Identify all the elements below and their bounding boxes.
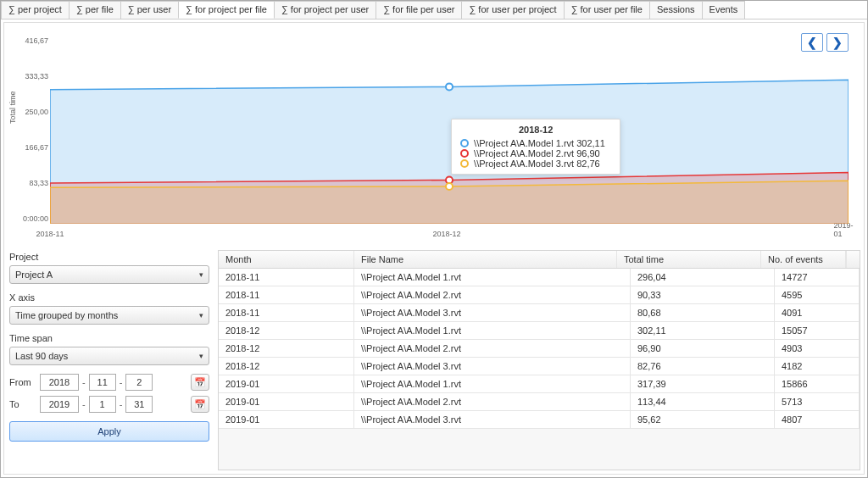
series-color-icon [460, 139, 469, 147]
to-label: To [9, 399, 36, 409]
th-file[interactable]: File Name [354, 251, 617, 268]
table-cell: 4807 [775, 411, 860, 428]
table-cell: \\Project A\A.Model 1.rvt [354, 375, 631, 392]
project-label: Project [9, 252, 38, 262]
tooltip-row: \\Project A\A.Model 3.rvt 82,76 [460, 158, 611, 169]
tab-4[interactable]: ∑ for project per user [274, 1, 376, 19]
to-year-input[interactable] [40, 396, 79, 413]
tab-8[interactable]: Sessions [649, 1, 703, 19]
timespan-label: Time span [9, 333, 53, 343]
table-cell: 90,33 [631, 286, 775, 303]
table-cell: 2018-11 [219, 304, 354, 321]
table-cell: \\Project A\A.Model 3.rvt [354, 304, 631, 321]
from-day-input[interactable] [125, 374, 153, 391]
table-cell: 95,62 [631, 411, 775, 428]
from-year-input[interactable] [40, 374, 79, 391]
calendar-icon: 📅 [194, 377, 206, 388]
tab-3[interactable]: ∑ for project per file [178, 1, 275, 19]
chart-canvas [50, 35, 849, 224]
table-cell: 80,68 [631, 304, 775, 321]
from-month-input[interactable] [89, 374, 116, 391]
ytick: 250,00 [23, 108, 48, 116]
table-row[interactable]: 2019-01\\Project A\A.Model 1.rvt317,3915… [219, 375, 860, 393]
tab-bar: ∑ per project∑ per file∑ per user∑ for p… [1, 1, 867, 19]
tab-2[interactable]: ∑ per user [120, 1, 179, 19]
table-cell: \\Project A\A.Model 1.rvt [354, 322, 631, 339]
series-color-icon [460, 159, 469, 168]
table-cell: 2019-01 [219, 375, 354, 392]
th-events[interactable]: No. of events [761, 251, 846, 268]
table-cell: \\Project A\A.Model 2.rvt [354, 340, 631, 357]
apply-button[interactable]: Apply [9, 421, 209, 442]
table-cell: 15057 [775, 322, 860, 339]
table-cell: 15866 [775, 375, 860, 392]
tab-9[interactable]: Events [702, 1, 746, 19]
table-cell: \\Project A\A.Model 3.rvt [354, 411, 631, 428]
table-row[interactable]: 2019-01\\Project A\A.Model 3.rvt95,62480… [219, 411, 860, 429]
to-day-input[interactable] [125, 396, 153, 413]
from-label: From [9, 377, 36, 387]
ytick: 166,67 [23, 143, 48, 152]
table-cell: \\Project A\A.Model 2.rvt [354, 286, 631, 303]
ytick: 83,33 [23, 179, 48, 187]
table-cell: 4903 [775, 340, 860, 357]
table-row[interactable]: 2018-11\\Project A\A.Model 2.rvt90,33459… [219, 286, 860, 304]
tab-7[interactable]: ∑ for user per file [564, 1, 650, 19]
timespan-select[interactable]: Last 90 days [9, 347, 209, 365]
from-date-row: From - - 📅 [9, 374, 209, 391]
table-cell: 82,76 [631, 358, 775, 375]
tab-6[interactable]: ∑ for user per project [461, 1, 564, 19]
th-time[interactable]: Total time [617, 251, 761, 268]
table-cell: 2018-12 [219, 358, 354, 375]
table-cell: 2018-11 [219, 269, 354, 286]
table-cell: 4595 [775, 286, 860, 303]
filter-sidebar: Project Project A X axis Time grouped by… [8, 250, 211, 470]
table-cell: 2018-12 [219, 340, 354, 357]
tab-0[interactable]: ∑ per project [1, 1, 70, 19]
app-window: ∑ per project∑ per file∑ per user∑ for p… [0, 0, 868, 478]
th-month[interactable]: Month [219, 251, 354, 268]
table-row[interactable]: 2018-12\\Project A\A.Model 1.rvt302,1115… [219, 322, 860, 340]
xtick: 2018-12 [432, 230, 460, 238]
table-cell: 2019-01 [219, 393, 354, 410]
chart-y-axis-label: Total time [8, 91, 17, 124]
table-cell: \\Project A\A.Model 1.rvt [354, 269, 631, 286]
content-pane: ❮ ❯ Total time 0:00:0083,33166,67250,003… [3, 22, 865, 475]
table-body[interactable]: 2018-11\\Project A\A.Model 1.rvt296,0414… [219, 269, 860, 470]
svg-point-2 [446, 183, 453, 190]
chart-tooltip: 2018-12 \\Project A\A.Model 1.rvt 302,11… [451, 119, 620, 175]
tooltip-title: 2018-12 [460, 125, 611, 135]
table-cell: 302,11 [631, 322, 775, 339]
table-cell: 4091 [775, 304, 860, 321]
calendar-icon: 📅 [194, 399, 206, 410]
xtick: 2018-11 [36, 230, 64, 238]
table-cell: 2018-11 [219, 286, 354, 303]
from-calendar-button[interactable]: 📅 [191, 374, 209, 391]
table-row[interactable]: 2018-11\\Project A\A.Model 1.rvt296,0414… [219, 269, 860, 286]
tab-1[interactable]: ∑ per file [69, 1, 121, 19]
to-month-input[interactable] [89, 396, 116, 413]
table-header: Month File Name Total time No. of events [219, 251, 860, 269]
table-cell: \\Project A\A.Model 3.rvt [354, 358, 631, 375]
table-row[interactable]: 2018-12\\Project A\A.Model 2.rvt96,90490… [219, 340, 860, 358]
xaxis-select[interactable]: Time grouped by months [9, 306, 209, 325]
lower-pane: Project Project A X axis Time grouped by… [8, 250, 860, 470]
ytick: 0:00:00 [23, 214, 48, 223]
table-cell: 2018-12 [219, 322, 354, 339]
table-cell: \\Project A\A.Model 2.rvt [354, 393, 631, 410]
to-calendar-button[interactable]: 📅 [191, 396, 209, 413]
table-row[interactable]: 2018-12\\Project A\A.Model 3.rvt82,76418… [219, 358, 860, 375]
table-cell: 113,44 [631, 393, 775, 410]
svg-point-0 [446, 83, 453, 90]
to-date-row: To - - 📅 [9, 396, 209, 413]
ytick: 416,67 [23, 36, 48, 45]
xaxis-label: X axis [9, 292, 35, 303]
table-row[interactable]: 2018-11\\Project A\A.Model 3.rvt80,68409… [219, 304, 860, 322]
table-row[interactable]: 2019-01\\Project A\A.Model 2.rvt113,4457… [219, 393, 860, 411]
project-select[interactable]: Project A [9, 265, 209, 284]
series-color-icon [460, 149, 469, 158]
table-cell: 4182 [775, 358, 860, 375]
tab-5[interactable]: ∑ for file per user [376, 1, 462, 19]
table-cell: 96,90 [631, 340, 775, 357]
table-cell: 2019-01 [219, 411, 354, 428]
